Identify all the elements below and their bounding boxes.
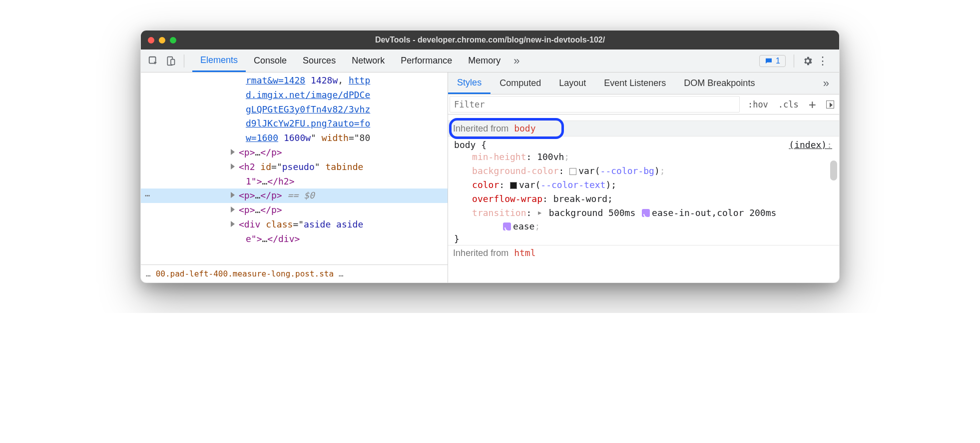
subtab-layout[interactable]: Layout — [550, 72, 595, 94]
issues-count: 1 — [776, 56, 780, 66]
rendering-emulations-button[interactable] — [821, 94, 839, 114]
tab-memory[interactable]: Memory — [460, 50, 508, 72]
css-var[interactable]: --color-bg — [600, 166, 654, 176]
tab-elements[interactable]: Elements — [192, 50, 246, 72]
toggle-hov-button[interactable]: :hov — [743, 94, 773, 114]
dom-line[interactable]: gLQPGtEG3y0fTn4v82/3vhz — [141, 102, 448, 117]
more-subtabs-chevron-icon[interactable]: » — [823, 77, 839, 90]
styles-filterbar: :hov .cls + — [448, 94, 839, 114]
settings-gear-icon[interactable] — [802, 56, 813, 66]
url-fragment: w=1600 — [246, 132, 278, 143]
css-property[interactable]: min-height — [472, 152, 526, 162]
subtab-event-listeners[interactable]: Event Listeners — [595, 72, 675, 94]
inherited-from-element[interactable]: body — [514, 123, 535, 134]
css-rule: (index): body { min-height: 100vh; backg… — [448, 136, 839, 245]
tab-network[interactable]: Network — [344, 50, 393, 72]
url-fragment: d.imgix.net/image/dPDCe — [246, 90, 370, 100]
easing-swatch-icon[interactable] — [642, 209, 650, 217]
easing-swatch-icon[interactable] — [503, 222, 511, 230]
inherited-from-element[interactable]: html — [514, 248, 535, 258]
srcset-size: 1428w — [311, 75, 338, 86]
css-declaration[interactable]: overflow-wrap: break-word; — [454, 192, 833, 206]
css-declaration-continuation[interactable]: ease; — [454, 220, 833, 234]
tab-sources[interactable]: Sources — [295, 50, 344, 72]
breadcrumbs[interactable]: … 00.pad-left-400.measure-long.post.sta … — [141, 264, 448, 282]
expand-triangle-icon[interactable] — [231, 221, 235, 227]
css-declaration[interactable]: color: var(--color-text); — [454, 178, 833, 192]
css-property[interactable]: transition — [472, 208, 526, 218]
dom-line[interactable]: w=1600 1600w" width="80 — [141, 131, 448, 146]
css-property[interactable]: background-color — [472, 166, 558, 176]
issues-badge[interactable]: 1 — [759, 55, 786, 67]
expand-triangle-icon[interactable]: ▸ — [537, 206, 542, 220]
expand-triangle-icon[interactable] — [231, 192, 235, 198]
css-selector[interactable]: body — [454, 140, 476, 150]
source-link[interactable]: (index): — [789, 140, 832, 150]
more-tabs-chevron-icon[interactable]: » — [508, 54, 524, 68]
new-style-rule-button[interactable]: + — [804, 94, 821, 114]
panel-tablist: Elements Console Sources Network Perform… — [141, 50, 839, 72]
inherited-label: Inherited from — [453, 124, 508, 134]
separator — [794, 54, 794, 68]
inherited-from-header[interactable]: Inherited from html — [448, 245, 839, 260]
dom-tree[interactable]: rmat&w=1428 1428w, http d.imgix.net/imag… — [141, 72, 448, 264]
styles-rules: Inherited from body (index): body { min-… — [448, 114, 839, 282]
elements-panel: rmat&w=1428 1428w, http d.imgix.net/imag… — [141, 72, 839, 282]
dom-line[interactable]: d9lJKcYw2FU.png?auto=fo — [141, 116, 448, 131]
breadcrumb-overflow[interactable]: … — [339, 269, 344, 278]
css-property[interactable]: overflow-wrap — [472, 194, 542, 204]
css-value[interactable]: 100vh — [537, 152, 564, 162]
separator — [184, 54, 184, 68]
color-swatch-icon[interactable] — [569, 168, 576, 175]
zoom-window-button[interactable] — [170, 37, 176, 44]
url-fragment: d9lJKcYw2FU.png?auto=fo — [246, 118, 370, 128]
styles-filter-input[interactable] — [450, 96, 740, 112]
dom-node-selected[interactable]: <p>…</p> == $0 — [141, 188, 448, 203]
subtab-styles[interactable]: Styles — [448, 72, 490, 94]
url-fragment: gLQPGtEG3y0fTn4v82/3vhz — [246, 104, 370, 114]
css-property[interactable]: color — [472, 180, 499, 190]
expand-triangle-icon[interactable] — [231, 149, 235, 155]
breadcrumb-item[interactable]: 00.pad-left-400.measure-long.post.sta — [156, 269, 334, 278]
minimize-window-button[interactable] — [159, 37, 165, 44]
css-value[interactable]: background 500ms — [549, 208, 641, 218]
dom-line[interactable]: e">…</div> — [141, 232, 448, 246]
window-title: DevTools - developer.chrome.com/blog/new… — [141, 36, 839, 44]
devtools-window: DevTools - developer.chrome.com/blog/new… — [140, 30, 840, 283]
srcset-size: 1600w — [284, 132, 311, 143]
dom-node-div[interactable]: <div class="aside aside — [141, 218, 448, 232]
dom-node-p[interactable]: <p>…</p> — [141, 146, 448, 160]
dom-node-p[interactable]: <p>…</p> — [141, 203, 448, 218]
attr-name: width — [322, 132, 349, 143]
dom-tree-pane: rmat&w=1428 1428w, http d.imgix.net/imag… — [141, 72, 448, 282]
dom-node-h2[interactable]: <h2 id="pseudo" tabinde — [141, 160, 448, 174]
css-value[interactable]: break-word — [553, 194, 607, 204]
css-declaration[interactable]: transition: ▸ background 500ms ease-in-o… — [454, 206, 833, 220]
close-window-button[interactable] — [148, 37, 154, 44]
subtab-computed[interactable]: Computed — [490, 72, 550, 94]
css-var[interactable]: --color-text — [540, 180, 605, 190]
inspect-element-icon[interactable] — [148, 56, 159, 66]
titlebar: DevTools - developer.chrome.com/blog/new… — [141, 30, 839, 50]
url-fragment: rmat&w=1428 — [246, 75, 305, 86]
dom-line[interactable]: 1">…</h2> — [141, 174, 448, 189]
toggle-device-toolbar-icon[interactable] — [166, 56, 176, 66]
tab-console[interactable]: Console — [246, 50, 295, 72]
panel-icon — [826, 100, 834, 108]
color-swatch-icon[interactable] — [510, 182, 517, 189]
toggle-cls-button[interactable]: .cls — [773, 94, 804, 114]
inherited-from-header[interactable]: Inherited from body — [448, 120, 839, 136]
css-declaration[interactable]: background-color: var(--color-bg); — [454, 164, 833, 178]
dom-line[interactable]: rmat&w=1428 1428w, http — [141, 74, 448, 88]
subtab-dom-breakpoints[interactable]: DOM Breakpoints — [675, 72, 764, 94]
tab-performance[interactable]: Performance — [393, 50, 460, 72]
url-fragment: http — [349, 75, 370, 86]
expand-triangle-icon[interactable] — [231, 164, 235, 170]
dom-line[interactable]: d.imgix.net/image/dPDCe — [141, 88, 448, 102]
expand-triangle-icon[interactable] — [231, 206, 235, 212]
window-controls — [148, 37, 176, 44]
css-declaration[interactable]: min-height: 100vh; — [454, 150, 833, 164]
inherited-label: Inherited from — [453, 248, 508, 258]
breadcrumb-overflow[interactable]: … — [146, 269, 151, 278]
more-options-kebab-icon[interactable]: ⋮ — [813, 54, 832, 68]
